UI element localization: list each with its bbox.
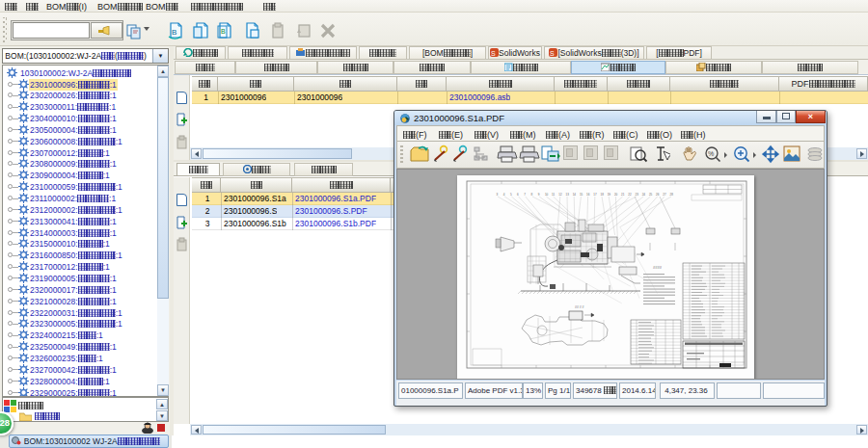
svg-text:9: 9 xyxy=(538,193,540,197)
svg-text:S: S xyxy=(550,50,555,57)
svg-text:17: 17 xyxy=(593,193,597,197)
svg-text:20: 20 xyxy=(614,193,618,197)
svg-text:## # #: ## # # xyxy=(575,305,584,309)
svg-text:27: 27 xyxy=(663,193,666,197)
svg-text:24: 24 xyxy=(642,193,646,197)
svg-text:%: % xyxy=(708,150,714,157)
svg-text:15: 15 xyxy=(580,193,583,197)
svg-text:28: 28 xyxy=(670,193,674,197)
svg-text:11: 11 xyxy=(552,193,555,197)
svg-text:19: 19 xyxy=(608,193,611,197)
svg-text:B: B xyxy=(221,28,226,35)
svg-text:10: 10 xyxy=(545,193,549,197)
svg-text:6: 6 xyxy=(517,193,519,197)
svg-text:3: 3 xyxy=(497,193,499,197)
svg-text:S: S xyxy=(491,50,496,57)
svg-text:22: 22 xyxy=(628,193,632,197)
svg-text:8: 8 xyxy=(531,193,533,197)
svg-text:B: B xyxy=(172,28,176,37)
svg-text:12: 12 xyxy=(558,193,562,197)
svg-text:23: 23 xyxy=(636,193,639,197)
svg-text:25: 25 xyxy=(649,193,653,197)
svg-text:26: 26 xyxy=(656,193,660,197)
svg-text:7: 7 xyxy=(524,193,526,197)
svg-text:13: 13 xyxy=(566,193,570,197)
svg-text:5: 5 xyxy=(510,193,512,197)
svg-text:####: #### xyxy=(653,265,663,270)
svg-text:16: 16 xyxy=(586,193,590,197)
svg-text:14: 14 xyxy=(573,193,577,197)
svg-text:21: 21 xyxy=(621,193,625,197)
svg-text:18: 18 xyxy=(601,193,605,197)
svg-text:4: 4 xyxy=(503,193,505,197)
